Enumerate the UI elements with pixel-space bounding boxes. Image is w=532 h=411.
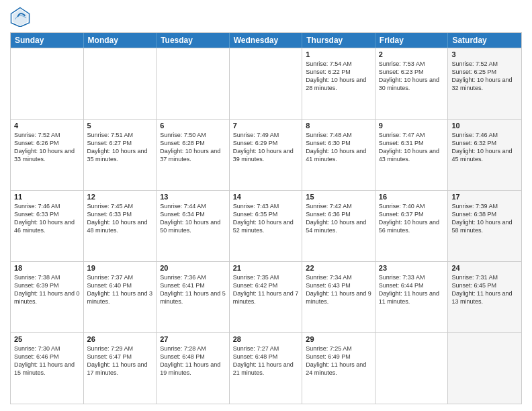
day-number: 28: [233, 335, 299, 343]
day-cell-24: 24Sunrise: 7:31 AM Sunset: 6:45 PM Dayli…: [448, 262, 521, 332]
day-number: 18: [14, 264, 80, 272]
day-info: Sunrise: 7:44 AM Sunset: 6:34 PM Dayligh…: [160, 202, 226, 235]
header-day-friday: Friday: [375, 33, 449, 48]
day-info: Sunrise: 7:45 AM Sunset: 6:33 PM Dayligh…: [87, 202, 153, 235]
day-cell-9: 9Sunrise: 7:47 AM Sunset: 6:31 PM Daylig…: [375, 120, 449, 190]
day-number: 12: [87, 193, 153, 201]
day-info: Sunrise: 7:46 AM Sunset: 6:32 PM Dayligh…: [451, 131, 518, 164]
day-number: 8: [306, 122, 371, 130]
day-cell-27: 27Sunrise: 7:28 AM Sunset: 6:48 PM Dayli…: [157, 333, 230, 404]
day-number: 6: [160, 122, 226, 130]
header: [10, 7, 522, 27]
empty-cell-0-1: [84, 48, 157, 119]
day-number: 14: [233, 193, 299, 201]
header-day-sunday: Sunday: [11, 33, 84, 48]
day-info: Sunrise: 7:33 AM Sunset: 6:44 PM Dayligh…: [379, 273, 445, 306]
day-number: 10: [451, 122, 518, 130]
day-number: 15: [306, 193, 371, 201]
day-info: Sunrise: 7:40 AM Sunset: 6:37 PM Dayligh…: [379, 202, 445, 235]
day-cell-26: 26Sunrise: 7:29 AM Sunset: 6:47 PM Dayli…: [84, 333, 157, 404]
day-info: Sunrise: 7:28 AM Sunset: 6:48 PM Dayligh…: [160, 345, 226, 377]
day-info: Sunrise: 7:42 AM Sunset: 6:36 PM Dayligh…: [306, 202, 371, 235]
empty-cell-0-0: [11, 48, 84, 119]
day-info: Sunrise: 7:27 AM Sunset: 6:48 PM Dayligh…: [233, 345, 299, 377]
day-info: Sunrise: 7:25 AM Sunset: 6:49 PM Dayligh…: [306, 345, 371, 377]
day-info: Sunrise: 7:30 AM Sunset: 6:46 PM Dayligh…: [14, 345, 80, 377]
logo: [10, 7, 33, 27]
header-day-monday: Monday: [84, 33, 157, 48]
day-cell-16: 16Sunrise: 7:40 AM Sunset: 6:37 PM Dayli…: [375, 191, 449, 261]
day-info: Sunrise: 7:37 AM Sunset: 6:40 PM Dayligh…: [87, 273, 153, 306]
day-number: 20: [160, 264, 226, 272]
empty-cell-0-3: [230, 48, 303, 119]
day-cell-23: 23Sunrise: 7:33 AM Sunset: 6:44 PM Dayli…: [375, 262, 449, 332]
day-number: 9: [379, 122, 445, 130]
day-cell-14: 14Sunrise: 7:43 AM Sunset: 6:35 PM Dayli…: [230, 191, 303, 261]
day-info: Sunrise: 7:39 AM Sunset: 6:38 PM Dayligh…: [451, 202, 518, 235]
calendar-row-2: 11Sunrise: 7:46 AM Sunset: 6:33 PM Dayli…: [11, 190, 521, 261]
day-info: Sunrise: 7:29 AM Sunset: 6:47 PM Dayligh…: [87, 345, 153, 377]
day-number: 26: [87, 335, 153, 343]
day-cell-6: 6Sunrise: 7:50 AM Sunset: 6:28 PM Daylig…: [157, 120, 230, 190]
header-day-wednesday: Wednesday: [230, 33, 303, 48]
day-cell-19: 19Sunrise: 7:37 AM Sunset: 6:40 PM Dayli…: [84, 262, 157, 332]
page: SundayMondayTuesdayWednesdayThursdayFrid…: [0, 0, 532, 411]
day-cell-15: 15Sunrise: 7:42 AM Sunset: 6:36 PM Dayli…: [302, 191, 375, 261]
day-cell-2: 2Sunrise: 7:53 AM Sunset: 6:23 PM Daylig…: [375, 48, 449, 119]
calendar-header: SundayMondayTuesdayWednesdayThursdayFrid…: [11, 33, 521, 48]
calendar: SundayMondayTuesdayWednesdayThursdayFrid…: [10, 32, 522, 404]
day-info: Sunrise: 7:35 AM Sunset: 6:42 PM Dayligh…: [233, 273, 299, 306]
day-cell-5: 5Sunrise: 7:51 AM Sunset: 6:27 PM Daylig…: [84, 120, 157, 190]
day-number: 2: [379, 50, 445, 58]
day-number: 27: [160, 335, 226, 343]
day-cell-7: 7Sunrise: 7:49 AM Sunset: 6:29 PM Daylig…: [230, 120, 303, 190]
day-number: 19: [87, 264, 153, 272]
day-cell-29: 29Sunrise: 7:25 AM Sunset: 6:49 PM Dayli…: [302, 333, 375, 404]
empty-cell-4-5: [375, 333, 449, 404]
empty-cell-0-2: [157, 48, 230, 119]
day-number: 3: [451, 50, 518, 58]
header-day-saturday: Saturday: [448, 33, 521, 48]
day-number: 24: [451, 264, 518, 272]
day-number: 21: [233, 264, 299, 272]
empty-cell-4-6: [448, 333, 521, 404]
day-info: Sunrise: 7:51 AM Sunset: 6:27 PM Dayligh…: [87, 131, 153, 164]
day-number: 25: [14, 335, 80, 343]
day-info: Sunrise: 7:31 AM Sunset: 6:45 PM Dayligh…: [451, 273, 518, 306]
calendar-row-4: 25Sunrise: 7:30 AM Sunset: 6:46 PM Dayli…: [11, 332, 521, 404]
day-number: 11: [14, 193, 80, 201]
day-info: Sunrise: 7:34 AM Sunset: 6:43 PM Dayligh…: [306, 273, 371, 306]
day-number: 13: [160, 193, 226, 201]
day-number: 7: [233, 122, 299, 130]
day-cell-13: 13Sunrise: 7:44 AM Sunset: 6:34 PM Dayli…: [157, 191, 230, 261]
day-cell-12: 12Sunrise: 7:45 AM Sunset: 6:33 PM Dayli…: [84, 191, 157, 261]
day-cell-11: 11Sunrise: 7:46 AM Sunset: 6:33 PM Dayli…: [11, 191, 84, 261]
day-number: 4: [14, 122, 80, 130]
day-number: 29: [306, 335, 371, 343]
day-number: 23: [379, 264, 445, 272]
day-cell-17: 17Sunrise: 7:39 AM Sunset: 6:38 PM Dayli…: [448, 191, 521, 261]
day-cell-10: 10Sunrise: 7:46 AM Sunset: 6:32 PM Dayli…: [448, 120, 521, 190]
day-cell-8: 8Sunrise: 7:48 AM Sunset: 6:30 PM Daylig…: [302, 120, 375, 190]
day-cell-1: 1Sunrise: 7:54 AM Sunset: 6:22 PM Daylig…: [302, 48, 375, 119]
calendar-row-1: 4Sunrise: 7:52 AM Sunset: 6:26 PM Daylig…: [11, 119, 521, 190]
day-info: Sunrise: 7:52 AM Sunset: 6:26 PM Dayligh…: [14, 131, 80, 164]
day-info: Sunrise: 7:50 AM Sunset: 6:28 PM Dayligh…: [160, 131, 226, 164]
day-info: Sunrise: 7:52 AM Sunset: 6:25 PM Dayligh…: [451, 60, 518, 93]
day-cell-28: 28Sunrise: 7:27 AM Sunset: 6:48 PM Dayli…: [230, 333, 303, 404]
day-cell-18: 18Sunrise: 7:38 AM Sunset: 6:39 PM Dayli…: [11, 262, 84, 332]
day-number: 5: [87, 122, 153, 130]
day-cell-21: 21Sunrise: 7:35 AM Sunset: 6:42 PM Dayli…: [230, 262, 303, 332]
day-info: Sunrise: 7:46 AM Sunset: 6:33 PM Dayligh…: [14, 202, 80, 235]
header-day-thursday: Thursday: [302, 33, 375, 48]
calendar-row-3: 18Sunrise: 7:38 AM Sunset: 6:39 PM Dayli…: [11, 261, 521, 332]
day-info: Sunrise: 7:38 AM Sunset: 6:39 PM Dayligh…: [14, 273, 80, 306]
day-cell-22: 22Sunrise: 7:34 AM Sunset: 6:43 PM Dayli…: [302, 262, 375, 332]
day-cell-25: 25Sunrise: 7:30 AM Sunset: 6:46 PM Dayli…: [11, 333, 84, 404]
day-info: Sunrise: 7:43 AM Sunset: 6:35 PM Dayligh…: [233, 202, 299, 235]
day-number: 17: [451, 193, 518, 201]
calendar-row-0: 1Sunrise: 7:54 AM Sunset: 6:22 PM Daylig…: [11, 48, 521, 119]
day-number: 1: [306, 50, 371, 58]
day-cell-4: 4Sunrise: 7:52 AM Sunset: 6:26 PM Daylig…: [11, 120, 84, 190]
day-info: Sunrise: 7:36 AM Sunset: 6:41 PM Dayligh…: [160, 273, 226, 306]
